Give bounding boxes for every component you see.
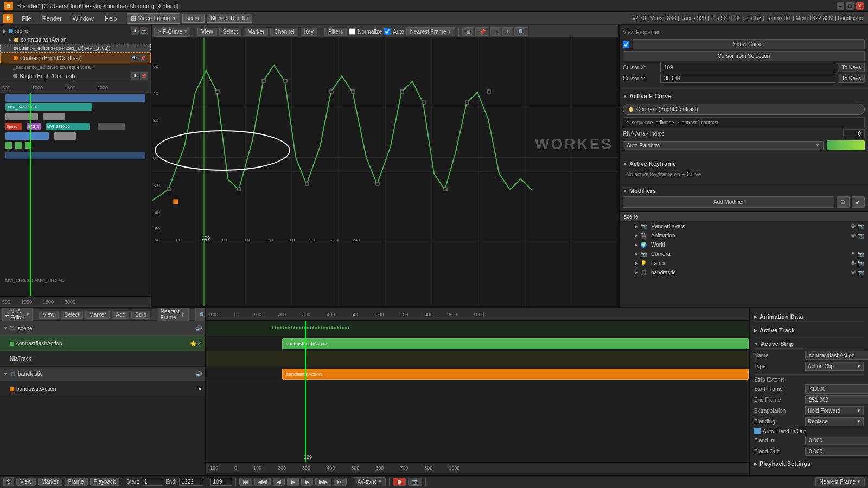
scene-row-contrast[interactable]: Contrast (Bright/Contrast) 👁 📌	[0, 53, 151, 63]
nla-editor-type[interactable]: ⇌ NLA Editor ▼	[2, 308, 33, 322]
fcurve-tool1-btn[interactable]: ○	[490, 27, 501, 36]
seq-clip-7[interactable]	[54, 132, 76, 140]
normalize-checkbox[interactable]	[349, 28, 355, 35]
playback-settings-header[interactable]: ▶ Playback Settings	[754, 459, 864, 468]
next-frame-btn[interactable]: ▶	[301, 478, 313, 486]
extrapolation-select[interactable]: Hold Forward ▼	[805, 406, 864, 415]
tree-item-lamp[interactable]: ▶ 💡 Lamp 👁 📷	[620, 259, 868, 268]
fcurve-pin-btn[interactable]: 📌	[475, 27, 489, 36]
renderer-selector[interactable]: Blender Render	[207, 14, 252, 23]
close-button[interactable]: ✕	[856, 2, 864, 10]
seq-clip-2[interactable]: MVI_3457a.00	[5, 103, 92, 111]
play-btn[interactable]: ▶	[287, 478, 299, 486]
blending-select[interactable]: Replace ▼	[805, 417, 864, 426]
seq-clip-mvi3390[interactable]: MVI_3390.00	[46, 123, 90, 130]
color-mode-selector[interactable]: Auto Rainbow ▼	[623, 141, 824, 150]
nlatrack-row[interactable]: NlaTrack	[0, 351, 205, 367]
blend-in-input[interactable]	[805, 436, 868, 445]
menu-render[interactable]: Render	[37, 12, 67, 25]
jump-start-btn[interactable]: ⏮	[239, 478, 252, 486]
cursor-y-input[interactable]	[660, 74, 835, 83]
tree-item-animation[interactable]: ▶ 🎬 Animation 👁 📷	[620, 231, 868, 240]
animation-data-header[interactable]: ▶ Animation Data	[754, 312, 864, 322]
active-strip-header[interactable]: ▼ Active Strip	[754, 339, 864, 349]
record-btn[interactable]: ⏺	[393, 478, 406, 486]
tree-item-camera[interactable]: ▶ 📷 Camera 👁 📷	[620, 249, 868, 259]
maximize-button[interactable]: □	[846, 2, 854, 10]
menu-file[interactable]: File	[16, 12, 37, 25]
prev-frame-btn[interactable]: ◀	[273, 478, 285, 486]
nla-view-btn[interactable]: View	[39, 311, 59, 319]
nla-search-btn[interactable]: 🔍	[195, 308, 206, 322]
scene-selector[interactable]: scene	[182, 14, 205, 23]
strip-name-input[interactable]	[805, 351, 868, 360]
show-cursor-check[interactable]	[623, 41, 629, 48]
seq-clip-speed[interactable]: Speed	[5, 123, 22, 130]
scene-row-bright[interactable]: Bright (Bright/Contrast) 👁 📌	[0, 71, 151, 81]
timeline-view-btn[interactable]: View	[16, 478, 36, 486]
timeline-frame-btn[interactable]: Frame	[65, 478, 88, 486]
prev-keyframe-btn[interactable]: ◀◀	[254, 478, 271, 486]
marker-menu-btn[interactable]: Marker	[244, 28, 268, 36]
to-keys-btn-2[interactable]: To Keys	[838, 74, 865, 83]
pin-icon[interactable]: 📌	[139, 54, 147, 62]
nla-marker-btn[interactable]: Marker	[85, 311, 110, 319]
visibility-icon[interactable]: 👁	[131, 27, 139, 35]
seq-clip-3[interactable]	[5, 113, 38, 120]
nla-snap-selector[interactable]: Nearest Frame ▼	[157, 308, 189, 322]
seq-clip-4[interactable]	[43, 113, 65, 120]
end-input[interactable]	[179, 478, 203, 486]
cursor-x-input[interactable]	[660, 63, 835, 72]
strip-type-select[interactable]: Action Clip ▼	[805, 362, 864, 371]
seq-clip-1[interactable]	[5, 94, 145, 102]
scene-row-scene[interactable]: ▶ scene 👁 📷	[0, 26, 151, 36]
timeline-playback-btn[interactable]: Playback	[90, 478, 120, 486]
tree-item-renderlayers[interactable]: ▶ 📷 RenderLayers 👁 📷	[620, 222, 868, 231]
seq-clip-small-1[interactable]	[5, 142, 12, 149]
nla-strip-btn[interactable]: Strip	[131, 311, 150, 319]
tree-item-world[interactable]: ▶ 🌍 World	[620, 240, 868, 249]
timeline-icon1-btn[interactable]: 📷	[408, 478, 422, 486]
start-frame-input[interactable]	[805, 384, 868, 394]
fcurve-zoom-btn[interactable]: ⊞	[462, 27, 474, 36]
minimize-button[interactable]: ─	[837, 2, 844, 10]
bandtastic-nla-track[interactable]: bandtasticAction ✕	[0, 382, 205, 397]
nla-add-btn[interactable]: Add	[112, 311, 129, 319]
channel-menu-btn[interactable]: Channel	[270, 28, 298, 36]
auto-checkbox[interactable]	[384, 28, 391, 35]
current-frame-input[interactable]	[210, 478, 232, 486]
scene-row-contrastflash[interactable]: ▶ contrastflashAction	[0, 36, 151, 44]
snap-mode-tl-selector[interactable]: Nearest Frame ▼	[815, 477, 865, 486]
tree-item-bandtastic[interactable]: ▶ 🎵 bandtastic 👁 📷	[620, 268, 868, 277]
menu-window[interactable]: Window	[67, 12, 99, 25]
active-track-header[interactable]: ▶ Active Track	[754, 326, 864, 335]
select-menu-btn[interactable]: Select	[219, 28, 242, 36]
show-cursor-btn[interactable]: Show Cursor	[633, 39, 865, 49]
nla-select-btn[interactable]: Select	[61, 311, 84, 319]
blend-out-input[interactable]	[805, 447, 868, 456]
start-input[interactable]	[142, 478, 163, 486]
seq-clip-bottom[interactable]	[5, 152, 145, 159]
snap-mode-selector[interactable]: Nearest Frame ▼	[406, 27, 456, 36]
bandtastic-nla-strip[interactable]: bandtasticAction	[282, 369, 749, 380]
workspace-selector[interactable]: ⊞ Video Editing ▼	[127, 13, 181, 24]
seq-clip-img3[interactable]: IMG 3	[27, 123, 41, 130]
scene-row-seq-all[interactable]: sequence_editor.sequences_all["MVI_3388]…	[0, 44, 151, 53]
filters-btn[interactable]: Filters	[324, 28, 347, 36]
contrast-nla-strip[interactable]: contrastflashAction	[282, 338, 749, 349]
menu-help[interactable]: Help	[99, 12, 123, 25]
cursor-from-sel-btn[interactable]: Cursor from Selection	[623, 51, 865, 61]
scrubber-type[interactable]: ⏱	[3, 477, 14, 486]
seq-clip-small-2[interactable]	[15, 142, 22, 149]
contrast-nla-track-row[interactable]: contrastflashAction ⭐ ✕	[0, 336, 205, 351]
pin-icon2[interactable]: 📌	[140, 72, 148, 80]
vis-icon[interactable]: 👁	[131, 54, 138, 62]
next-keyframe-btn[interactable]: ▶▶	[315, 478, 331, 486]
render-icon[interactable]: 📷	[140, 27, 148, 35]
mod-icon-btn1[interactable]: ⊞	[837, 196, 850, 208]
seq-clip-6[interactable]	[5, 132, 49, 140]
mod-icon-btn2[interactable]: ↙	[852, 196, 865, 208]
editor-type-selector[interactable]: 〜 F-Curve ▼	[154, 27, 190, 37]
end-frame-input[interactable]	[805, 395, 868, 404]
scene-row-seq-editor[interactable]: _sequence_editor.editor.sequences...	[0, 63, 151, 71]
